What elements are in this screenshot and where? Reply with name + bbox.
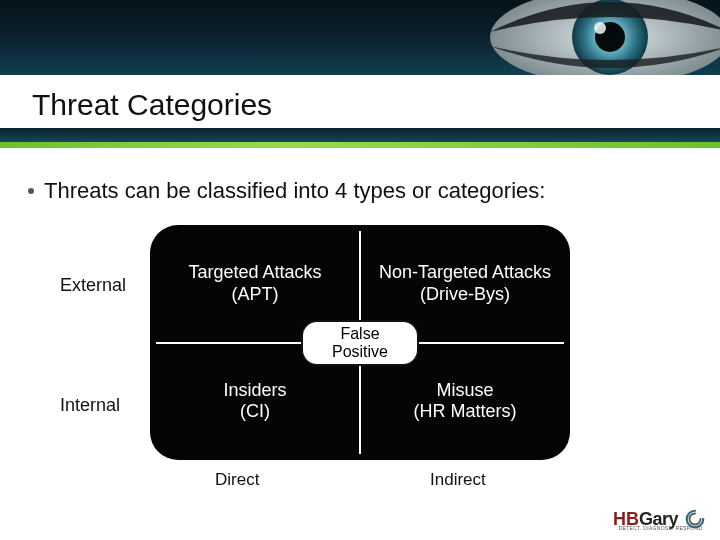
footer-logo: HBGary DETECT. DIAGNOSE. RESPOND. xyxy=(613,508,706,530)
header-eye-image xyxy=(460,0,720,75)
row-label-internal: Internal xyxy=(60,395,120,416)
slide: Threat Categories Threats can be classif… xyxy=(0,0,720,540)
bullet-dot-icon xyxy=(28,188,34,194)
logo-tagline: DETECT. DIAGNOSE. RESPOND. xyxy=(619,525,704,531)
bullet-row: Threats can be classified into 4 types o… xyxy=(28,178,545,204)
threat-matrix: Targeted Attacks(APT) Non-Targeted Attac… xyxy=(150,225,570,460)
center-false-positive: FalsePositive xyxy=(301,320,419,366)
col-label-direct: Direct xyxy=(215,470,259,490)
row-label-external: External xyxy=(60,275,126,296)
slide-title: Threat Categories xyxy=(32,88,272,122)
title-underline xyxy=(0,128,720,150)
bullet-text: Threats can be classified into 4 types o… xyxy=(44,178,545,204)
svg-point-3 xyxy=(594,22,606,34)
col-label-indirect: Indirect xyxy=(430,470,486,490)
header-band xyxy=(0,0,720,75)
